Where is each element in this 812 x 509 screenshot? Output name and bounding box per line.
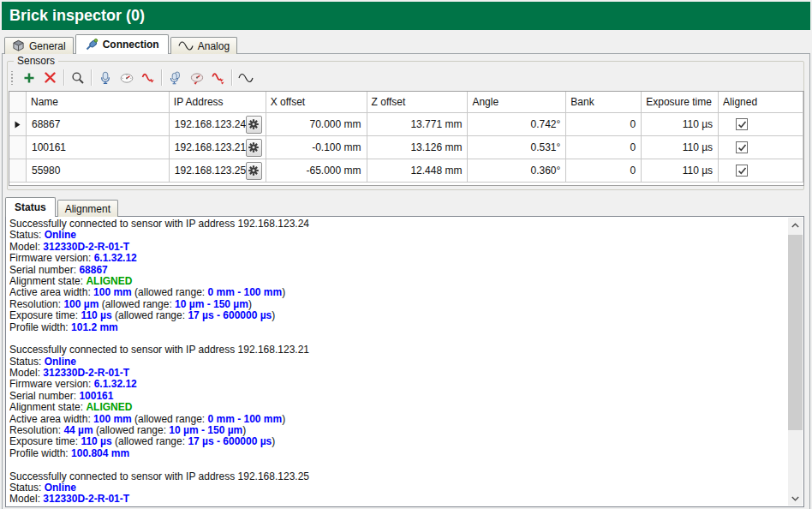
cell-angle-value: 0.360° [530, 165, 560, 177]
cell-ip[interactable]: 192.168.123.21 [170, 136, 266, 159]
gear-icon [248, 141, 260, 153]
profile-curve-all-button[interactable] [207, 68, 229, 87]
cell-aligned[interactable] [719, 113, 803, 136]
column-header-angle[interactable]: Angle [468, 92, 566, 112]
cell-angle[interactable]: 0.360° [468, 159, 566, 183]
cell-name[interactable]: 100161 [27, 136, 170, 159]
aligned-checkbox[interactable] [736, 165, 748, 177]
tab-alignment[interactable]: Alignment [57, 200, 118, 217]
cell-bank[interactable]: 0 [566, 113, 642, 136]
cell-ip[interactable]: 192.168.123.24 [170, 113, 266, 136]
delete-icon [45, 72, 56, 83]
column-header-x-offset[interactable]: X offset [266, 92, 367, 112]
console-scrollbar[interactable] [788, 218, 803, 506]
cell-aligned[interactable] [719, 136, 803, 159]
row-header[interactable] [9, 113, 27, 136]
scrollbar-thumb[interactable] [788, 235, 803, 430]
console-line: Firmware version: 6.1.32.12 [9, 379, 786, 390]
status-console-text: Successfully connected to sensor with IP… [9, 219, 786, 506]
search-button[interactable] [67, 68, 88, 87]
toolbar-separator [91, 69, 92, 86]
cell-angle[interactable]: 0.531° [468, 136, 566, 159]
tab-analog-label: Analog [198, 40, 230, 52]
delete-button[interactable] [39, 68, 61, 87]
cell-exposure-value: 110 µs [683, 118, 713, 130]
cell-exposure[interactable]: 110 µs [642, 136, 719, 159]
profile-curve-button[interactable] [137, 68, 158, 87]
console-line: Exposure time: 110 µs (allowed range: 17… [9, 310, 786, 321]
console-line: Status: Online [9, 356, 786, 368]
tab-status[interactable]: Status [5, 197, 56, 217]
cell-name[interactable]: 55980 [27, 159, 170, 183]
cell-name-value: 68867 [32, 118, 60, 130]
cell-z_offset-value: 13.126 mm [410, 141, 462, 153]
cell-aligned[interactable] [719, 159, 803, 183]
cell-bank-value: 0 [630, 141, 636, 153]
cell-z_offset[interactable]: 13.771 mm [367, 113, 469, 136]
cell-angle[interactable]: 0.742° [468, 113, 566, 136]
ip-settings-button[interactable] [246, 139, 261, 157]
sensors-all-button[interactable] [164, 68, 186, 87]
console-line: Resolution: 100 µm (allowed range: 10 µm… [9, 299, 786, 310]
cell-x_offset[interactable]: -0.100 mm [266, 136, 367, 159]
grid-corner-cell[interactable] [9, 92, 27, 112]
column-header-name[interactable]: Name [27, 92, 170, 112]
cell-exposure[interactable]: 110 µs [642, 159, 719, 183]
column-header-z-offset[interactable]: Z offset [367, 92, 469, 112]
column-header-ip-address[interactable]: IP Address [170, 92, 266, 112]
cell-exposure[interactable]: 110 µs [642, 113, 719, 136]
cell-name-value: 55980 [32, 165, 60, 177]
tab-connection[interactable]: Connection [75, 34, 169, 54]
toolbar-separator [231, 69, 232, 86]
sensor-button[interactable] [94, 68, 116, 87]
sensor-row-100161[interactable]: 100161192.168.123.21-0.100 mm13.126 mm0.… [9, 136, 803, 159]
tab-general[interactable]: General [4, 37, 74, 54]
cell-z_offset[interactable]: 12.448 mm [367, 159, 469, 183]
console-line: Active area width: 100 mm (allowed range… [9, 287, 786, 298]
row-header[interactable] [9, 159, 27, 183]
gear-icon [248, 118, 260, 130]
column-header-bank[interactable]: Bank [566, 92, 642, 112]
sensor-row-68867[interactable]: 68867192.168.123.2470.000 mm13.771 mm0.7… [9, 113, 803, 136]
cell-bank[interactable]: 0 [566, 159, 642, 183]
sensors-grid: NameIP AddressX offsetZ offsetAngleBankE… [9, 91, 804, 186]
sine-wave-icon [178, 40, 194, 51]
tab-status-label: Status [15, 201, 46, 213]
cell-z_offset[interactable]: 13.126 mm [367, 136, 469, 159]
console-line: Model: 312330D-2-R-01-T [9, 242, 786, 253]
aligned-checkbox[interactable] [736, 141, 748, 153]
console-line: Active area width: 100 mm (allowed range… [9, 414, 786, 425]
column-header-exposure-time[interactable]: Exposure time [642, 92, 719, 112]
profile-curve-icon [141, 71, 155, 85]
add-icon [23, 72, 35, 84]
cell-x_offset[interactable]: -65.000 mm [266, 159, 367, 183]
cell-name[interactable]: 68867 [27, 113, 170, 136]
row-header[interactable] [9, 136, 27, 159]
sensor-row-55980[interactable]: 55980192.168.123.25-65.000 mm12.448 mm0.… [9, 159, 803, 183]
cell-bank-value: 0 [630, 118, 636, 130]
cell-name-value: 100161 [32, 141, 66, 153]
cell-angle-value: 0.531° [530, 141, 560, 153]
add-button[interactable] [18, 68, 39, 87]
gauge-all-button[interactable] [186, 68, 207, 87]
sensors-all-icon [169, 71, 182, 85]
cell-bank[interactable]: 0 [566, 136, 642, 159]
ip-settings-button[interactable] [246, 116, 261, 134]
tab-analog[interactable]: Analog [170, 37, 237, 54]
scroll-down-button[interactable] [788, 491, 803, 506]
waveform-button[interactable] [235, 68, 256, 87]
cell-bank-value: 0 [630, 165, 636, 177]
cell-x_offset-value: 70.000 mm [310, 118, 361, 130]
tab-connection-label: Connection [103, 39, 159, 51]
column-header-aligned[interactable]: Aligned [719, 92, 803, 112]
status-console: Successfully connected to sensor with IP… [5, 216, 804, 507]
scroll-up-button[interactable] [788, 218, 803, 232]
cell-x_offset[interactable]: 70.000 mm [266, 113, 367, 136]
toolbar-grip[interactable] [10, 71, 14, 85]
cell-ip[interactable]: 192.168.123.25 [170, 159, 266, 183]
aligned-checkbox[interactable] [736, 118, 748, 130]
gauge-all-icon [190, 71, 204, 85]
gauge-button[interactable] [116, 68, 137, 87]
console-line: Serial number: 100161 [9, 391, 786, 402]
ip-settings-button[interactable] [246, 162, 261, 180]
